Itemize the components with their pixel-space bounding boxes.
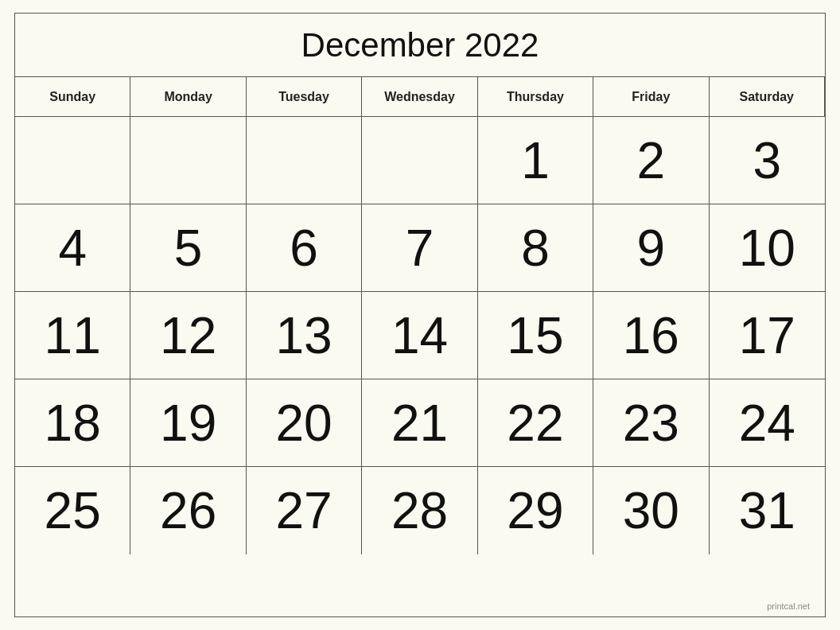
header-wednesday: Wednesday <box>362 77 477 117</box>
day-cell-12: 12 <box>130 292 246 379</box>
day-cell-10: 10 <box>710 204 825 292</box>
day-cell-25: 25 <box>15 467 130 554</box>
calendar-grid: Sunday Monday Tuesday Wednesday Thursday… <box>15 77 825 554</box>
day-cell <box>247 117 362 204</box>
day-cell-6: 6 <box>247 204 362 292</box>
calendar-wrapper: December 2022 Sunday Monday Tuesday Wedn… <box>14 13 826 617</box>
day-cell-27: 27 <box>247 467 362 554</box>
day-cell-23: 23 <box>593 379 709 467</box>
header-sunday: Sunday <box>15 77 130 117</box>
day-cell-5: 5 <box>130 204 246 292</box>
day-cell <box>362 117 477 204</box>
day-cell-16: 16 <box>593 292 709 379</box>
day-cell-20: 20 <box>247 379 362 467</box>
header-friday: Friday <box>593 77 709 117</box>
day-cell-21: 21 <box>362 379 477 467</box>
day-cell-29: 29 <box>478 467 593 554</box>
day-cell-9: 9 <box>593 204 709 292</box>
day-cell-8: 8 <box>478 204 593 292</box>
day-cell <box>130 117 246 204</box>
day-cell <box>15 117 130 204</box>
day-cell-14: 14 <box>362 292 477 379</box>
day-cell-15: 15 <box>478 292 593 379</box>
header-saturday: Saturday <box>710 77 825 117</box>
day-cell-4: 4 <box>15 204 130 292</box>
day-cell-3: 3 <box>710 117 825 204</box>
day-cell-2: 2 <box>593 117 709 204</box>
day-cell-22: 22 <box>478 379 593 467</box>
day-cell-28: 28 <box>362 467 477 554</box>
day-cell-13: 13 <box>247 292 362 379</box>
day-cell-18: 18 <box>15 379 130 467</box>
watermark: printcal.net <box>767 601 810 611</box>
day-cell-11: 11 <box>15 292 130 379</box>
calendar-title-row: December 2022 <box>15 14 825 77</box>
day-cell-31: 31 <box>710 467 825 554</box>
calendar-title: December 2022 <box>301 26 539 64</box>
calendar-container: December 2022 Sunday Monday Tuesday Wedn… <box>14 13 826 617</box>
day-cell-30: 30 <box>593 467 709 554</box>
day-cell-26: 26 <box>130 467 246 554</box>
header-thursday: Thursday <box>478 77 593 117</box>
day-cell-24: 24 <box>710 379 825 467</box>
header-monday: Monday <box>130 77 246 117</box>
day-cell-1: 1 <box>478 117 593 204</box>
day-cell-7: 7 <box>362 204 477 292</box>
day-cell-17: 17 <box>710 292 825 379</box>
header-tuesday: Tuesday <box>247 77 362 117</box>
day-cell-19: 19 <box>130 379 246 467</box>
